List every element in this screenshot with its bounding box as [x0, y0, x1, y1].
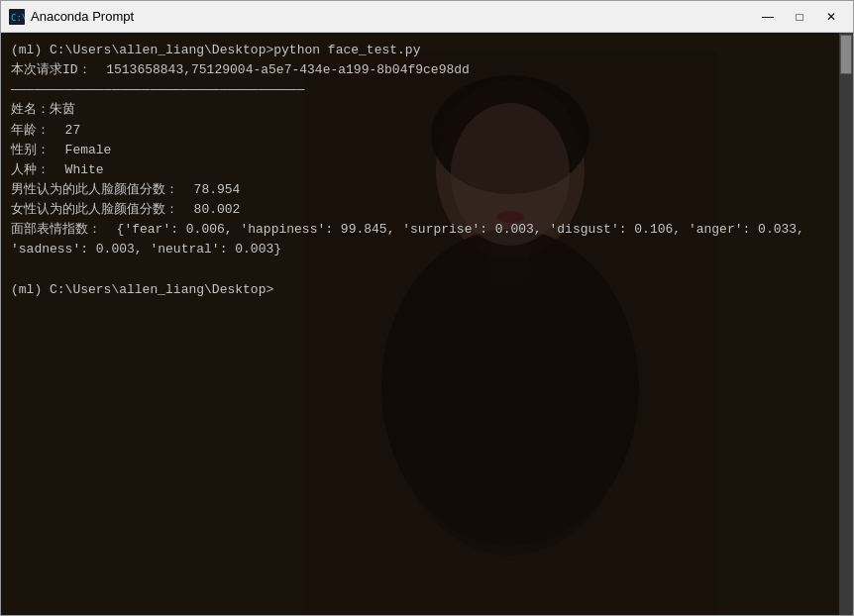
terminal-line-11 — [11, 260, 843, 280]
terminal-line-7: 男性认为的此人脸颜值分数： 78.954 — [11, 180, 843, 200]
terminal-line-12: (ml) C:\Users\allen_liang\Desktop> — [11, 280, 843, 300]
terminal-line-2: —————————————————————————————————————— — [11, 80, 843, 100]
terminal-line-4: 年龄： 27 — [11, 121, 843, 141]
close-button[interactable]: ✕ — [817, 6, 845, 28]
terminal-line-10: 'sadness': 0.003, 'neutral': 0.003} — [11, 240, 843, 259]
terminal-content[interactable]: (ml) C:\Users\allen_liang\Desktop>python… — [1, 33, 853, 615]
svg-text:C:\: C:\ — [11, 13, 25, 23]
content-area: (ml) C:\Users\allen_liang\Desktop>python… — [1, 33, 853, 615]
main-window: C:\ Anaconda Prompt — □ ✕ — [0, 0, 854, 616]
scrollbar[interactable] — [839, 33, 853, 615]
minimize-button[interactable]: — — [754, 6, 782, 28]
title-bar-left: C:\ Anaconda Prompt — [9, 9, 134, 25]
terminal-line-8: 女性认为的此人脸颜值分数： 80.002 — [11, 200, 843, 220]
terminal-line-0: (ml) C:\Users\allen_liang\Desktop>python… — [11, 41, 843, 60]
title-bar-controls: — □ ✕ — [754, 6, 845, 28]
terminal-line-6: 人种： White — [11, 160, 843, 180]
terminal-line-9: 面部表情指数： {'fear': 0.006, 'happiness': 99.… — [11, 220, 843, 240]
window-title: Anaconda Prompt — [31, 9, 134, 24]
maximize-button[interactable]: □ — [786, 6, 813, 28]
title-bar: C:\ Anaconda Prompt — □ ✕ — [1, 1, 853, 33]
terminal-line-5: 性别： Female — [11, 141, 843, 160]
terminal-line-3: 姓名：朱茵 — [11, 100, 843, 120]
terminal-icon: C:\ — [9, 9, 25, 25]
scrollbar-thumb[interactable] — [840, 35, 852, 74]
terminal-line-1: 本次请求ID： 1513658843,75129004-a5e7-434e-a1… — [11, 60, 843, 80]
